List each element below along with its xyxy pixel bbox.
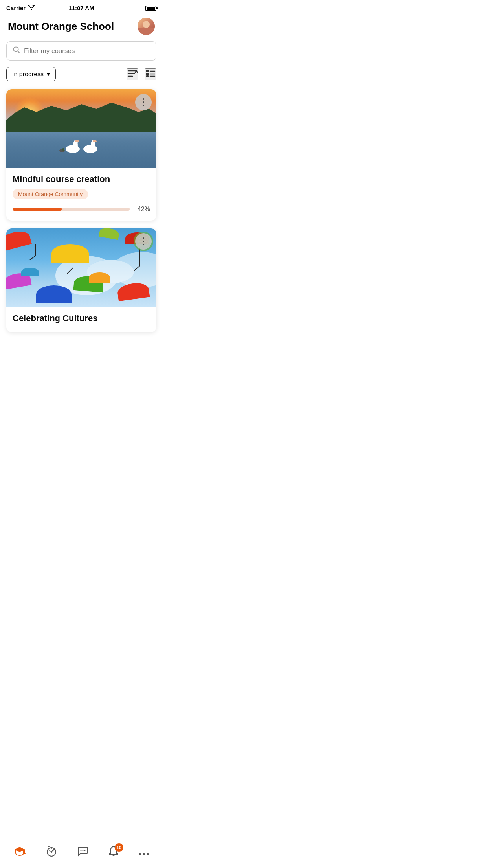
umbrella-decoration xyxy=(21,268,39,276)
course-tag: Mount Orange Community xyxy=(13,189,88,199)
course-title: Mindful course creation xyxy=(13,174,150,184)
course-card[interactable]: Mindful course creation Mount Orange Com… xyxy=(6,89,156,221)
progress-row: 42% xyxy=(13,206,150,213)
umbrella-decoration xyxy=(117,281,150,302)
page-title: Mount Orange School xyxy=(8,20,114,33)
app-header: Mount Orange School xyxy=(0,15,163,41)
course-info: Mindful course creation Mount Orange Com… xyxy=(6,168,156,221)
svg-rect-6 xyxy=(146,75,149,77)
search-container xyxy=(0,41,163,67)
course-card[interactable]: Celebrating Cultures xyxy=(6,228,156,332)
search-box xyxy=(6,41,156,61)
sort-button[interactable] xyxy=(127,68,138,80)
three-dots-icon xyxy=(143,98,144,106)
three-dots-icon xyxy=(143,237,144,245)
umbrella-scene-bg xyxy=(6,228,156,307)
carrier-text: Carrier xyxy=(6,5,26,11)
progress-percent: 42% xyxy=(134,206,150,213)
filter-row: In progress ▾ xyxy=(0,67,163,89)
svg-rect-4 xyxy=(146,70,149,72)
status-left: Carrier xyxy=(6,5,35,11)
search-input[interactable] xyxy=(24,47,150,55)
umbrella-decoration xyxy=(89,272,110,283)
progress-bar-fill xyxy=(13,208,62,211)
swans-svg xyxy=(59,132,106,156)
lake-scene-bg xyxy=(6,89,156,168)
course-image-2 xyxy=(6,228,156,307)
svg-point-13 xyxy=(75,140,79,142)
course-title-2: Celebrating Cultures xyxy=(13,313,150,324)
course-more-button[interactable] xyxy=(135,94,152,110)
wifi-icon xyxy=(28,5,35,11)
list-view-button[interactable] xyxy=(145,68,156,80)
svg-line-21 xyxy=(30,256,35,260)
avatar-image xyxy=(138,18,155,35)
umbrella-decoration xyxy=(99,228,120,240)
user-avatar[interactable] xyxy=(138,18,155,35)
svg-line-23 xyxy=(67,268,73,274)
svg-point-17 xyxy=(93,140,97,142)
course-image xyxy=(6,89,156,168)
view-controls xyxy=(127,68,156,80)
svg-point-19 xyxy=(62,148,64,151)
search-icon xyxy=(13,46,20,55)
chevron-down-icon: ▾ xyxy=(47,70,50,78)
status-bar: Carrier 11:07 AM xyxy=(0,0,163,15)
svg-rect-5 xyxy=(146,73,149,75)
course-info-2: Celebrating Cultures xyxy=(6,307,156,332)
filter-label: In progress xyxy=(12,71,44,78)
umbrella-decoration xyxy=(36,285,72,303)
status-time: 11:07 AM xyxy=(68,5,94,11)
svg-line-25 xyxy=(134,266,140,271)
umbrella-decoration xyxy=(51,244,89,263)
course-more-button-2[interactable] xyxy=(135,233,152,250)
courses-list: Mindful course creation Mount Orange Com… xyxy=(0,89,163,368)
battery-icon xyxy=(145,6,156,11)
filter-dropdown-button[interactable]: In progress ▾ xyxy=(6,67,56,81)
progress-bar-bg xyxy=(13,208,130,211)
umbrella-decoration xyxy=(6,228,32,252)
